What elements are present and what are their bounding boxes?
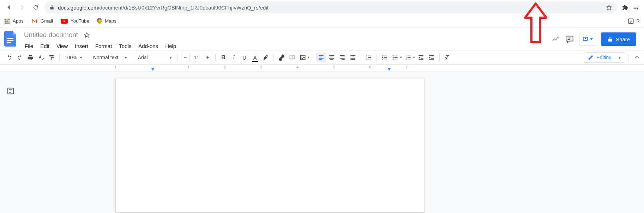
- docs-header: Untitled document File Edit View Insert …: [0, 28, 644, 50]
- document-page[interactable]: [115, 79, 425, 213]
- gmail-icon: [31, 19, 38, 24]
- font-size-increase[interactable]: +: [204, 53, 212, 62]
- svg-rect-7: [6, 22, 8, 24]
- line-spacing-button[interactable]: [364, 53, 374, 62]
- svg-rect-16: [7, 40, 13, 41]
- url-bar[interactable]: docs.google.com/document/d/1BsU0x12YvrRg…: [44, 1, 617, 13]
- star-document-icon[interactable]: [84, 32, 90, 38]
- menu-addons[interactable]: Add-ons: [136, 42, 161, 50]
- gmail-shortcut-label: Gmail: [41, 18, 53, 24]
- paint-format-button[interactable]: [47, 53, 56, 62]
- lock-icon: [49, 5, 54, 10]
- editing-mode-dropdown[interactable]: Editing ▼: [584, 52, 625, 63]
- outline-toggle[interactable]: [0, 72, 21, 213]
- align-left-button[interactable]: [316, 53, 326, 62]
- ruler-tick: 2: [224, 65, 226, 69]
- svg-rect-1: [6, 18, 8, 20]
- svg-point-24: [301, 56, 302, 57]
- collapse-toolbar-button[interactable]: [634, 55, 640, 60]
- menu-help[interactable]: Help: [162, 42, 179, 50]
- align-right-button[interactable]: [337, 53, 347, 62]
- present-button[interactable]: [579, 33, 596, 45]
- docs-logo[interactable]: [4, 32, 18, 46]
- maps-shortcut-label: Maps: [105, 18, 116, 24]
- maps-icon: [97, 18, 102, 24]
- font-dropdown[interactable]: Arial▼: [136, 53, 175, 62]
- clear-format-button[interactable]: [443, 53, 452, 62]
- reading-list-icon: [628, 18, 634, 24]
- image-button[interactable]: [298, 53, 308, 62]
- spellcheck-button[interactable]: [36, 53, 46, 62]
- document-title[interactable]: Untitled document: [22, 30, 80, 39]
- svg-point-27: [392, 59, 393, 60]
- indent-right-marker[interactable]: [387, 68, 391, 71]
- apps-icon: [4, 18, 10, 24]
- back-button[interactable]: [3, 1, 15, 13]
- bulleted-list-button[interactable]: [390, 53, 400, 62]
- apps-shortcut[interactable]: Apps: [4, 18, 24, 24]
- font-size-input[interactable]: [189, 53, 204, 62]
- bold-button[interactable]: B: [218, 53, 228, 62]
- menu-edit[interactable]: Edit: [37, 42, 52, 50]
- url-text: docs.google.com/document/d/1BsU0x12YvrRg…: [58, 5, 269, 11]
- editing-mode-label: Editing: [596, 55, 612, 60]
- lock-icon: [607, 36, 613, 42]
- svg-rect-17: [7, 42, 11, 43]
- youtube-shortcut-label: YouTube: [71, 18, 89, 24]
- comments-icon[interactable]: [565, 35, 574, 44]
- svg-point-26: [392, 57, 393, 58]
- undo-button[interactable]: [4, 53, 14, 62]
- align-justify-button[interactable]: [348, 53, 358, 62]
- svg-point-25: [392, 55, 393, 56]
- svg-rect-2: [8, 18, 10, 20]
- link-button[interactable]: [277, 53, 287, 62]
- youtube-shortcut[interactable]: YouTube: [61, 18, 89, 24]
- extensions-icon[interactable]: [620, 2, 630, 12]
- ruler-tick: 7: [405, 65, 408, 69]
- activity-icon[interactable]: [552, 35, 560, 43]
- comment-button[interactable]: [287, 53, 297, 62]
- menu-bar: File Edit View Insert Format Tools Add-o…: [22, 42, 179, 50]
- browser-address-bar: docs.google.com/document/d/1BsU0x12YvrRg…: [0, 0, 644, 15]
- menu-insert[interactable]: Insert: [72, 42, 91, 50]
- numbered-list-button[interactable]: 123: [403, 53, 413, 62]
- font-size-decrease[interactable]: −: [181, 53, 189, 62]
- checklist-button[interactable]: [380, 53, 390, 62]
- indent-decrease-button[interactable]: [416, 53, 426, 62]
- ruler[interactable]: 1 1 2 3 4 5 6 7: [0, 65, 644, 72]
- music-queue-icon[interactable]: [631, 2, 641, 12]
- ruler-tick: 1: [187, 65, 189, 69]
- font-size-control: − +: [181, 53, 212, 62]
- bookmark-star-icon[interactable]: [606, 4, 612, 11]
- share-button[interactable]: Share: [601, 32, 636, 46]
- gmail-shortcut[interactable]: Gmail: [31, 18, 53, 24]
- reload-button[interactable]: [30, 1, 42, 13]
- reading-list-label: R: [636, 18, 640, 24]
- redo-button[interactable]: [15, 53, 25, 62]
- editing-canvas: [0, 72, 644, 213]
- zoom-dropdown[interactable]: 100%▼: [62, 53, 85, 62]
- underline-button[interactable]: U: [240, 53, 249, 62]
- italic-button[interactable]: I: [229, 53, 239, 62]
- docs-toolbar: 100%▼ Normal text▼ Arial▼ − + B I U A ▼ …: [0, 50, 644, 65]
- reading-list[interactable]: R: [628, 18, 640, 24]
- apps-shortcut-label: Apps: [13, 18, 24, 24]
- text-color-button[interactable]: A: [250, 53, 260, 62]
- ruler-tick: 6: [369, 65, 371, 69]
- ruler-tick: 4: [296, 65, 299, 69]
- menu-view[interactable]: View: [54, 42, 71, 50]
- menu-tools[interactable]: Tools: [116, 42, 134, 50]
- youtube-icon: [61, 19, 68, 24]
- svg-rect-0: [5, 18, 6, 20]
- style-dropdown[interactable]: Normal text▼: [91, 53, 130, 62]
- menu-format[interactable]: Format: [92, 42, 115, 50]
- menu-file[interactable]: File: [22, 42, 36, 50]
- indent-increase-button[interactable]: [427, 53, 437, 62]
- svg-rect-15: [7, 38, 13, 39]
- print-button[interactable]: [25, 53, 35, 62]
- forward-button[interactable]: [16, 1, 28, 13]
- indent-left-marker[interactable]: [151, 68, 155, 71]
- align-center-button[interactable]: [327, 53, 337, 62]
- maps-shortcut[interactable]: Maps: [97, 18, 116, 24]
- highlight-button[interactable]: [261, 53, 271, 62]
